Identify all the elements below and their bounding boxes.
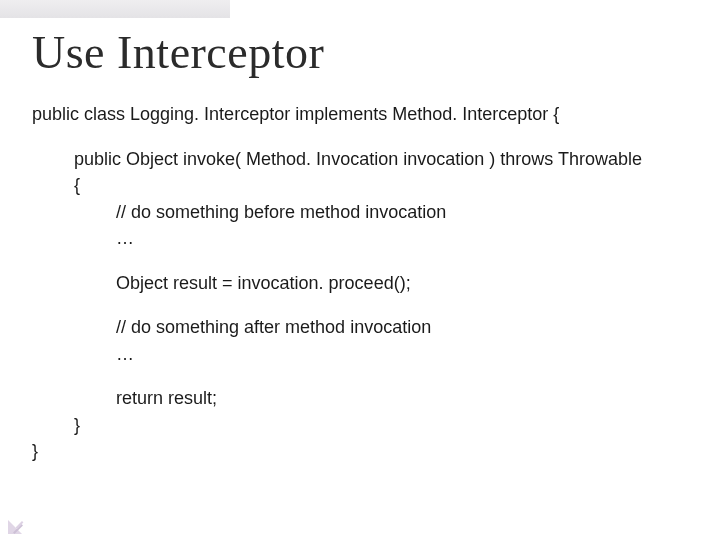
corner-decor-icon: [8, 508, 34, 534]
code-line-method-open-brace: {: [32, 174, 688, 197]
code-line-comment-after: // do something after method invocation: [32, 316, 688, 339]
slide-title: Use Interceptor: [32, 26, 688, 79]
code-line-comment-before: // do something before method invocation: [32, 201, 688, 224]
code-line-invoke-proceed: Object result = invocation. proceed();: [32, 272, 688, 295]
blank-line: [32, 369, 688, 383]
code-block: public class Logging. Interceptor implem…: [32, 103, 688, 463]
code-line-ellipsis-before: …: [32, 227, 688, 250]
blank-line: [32, 298, 688, 312]
blank-line: [32, 130, 688, 144]
slide-content: Use Interceptor public class Logging. In…: [0, 0, 720, 540]
code-line-class-decl: public class Logging. Interceptor implem…: [32, 103, 688, 126]
code-line-method-sig: public Object invoke( Method. Invocation…: [32, 148, 688, 171]
code-line-method-close: }: [32, 414, 688, 437]
code-line-ellipsis-after: …: [32, 343, 688, 366]
blank-line: [32, 254, 688, 268]
code-line-class-close: }: [32, 440, 688, 463]
code-line-return: return result;: [32, 387, 688, 410]
